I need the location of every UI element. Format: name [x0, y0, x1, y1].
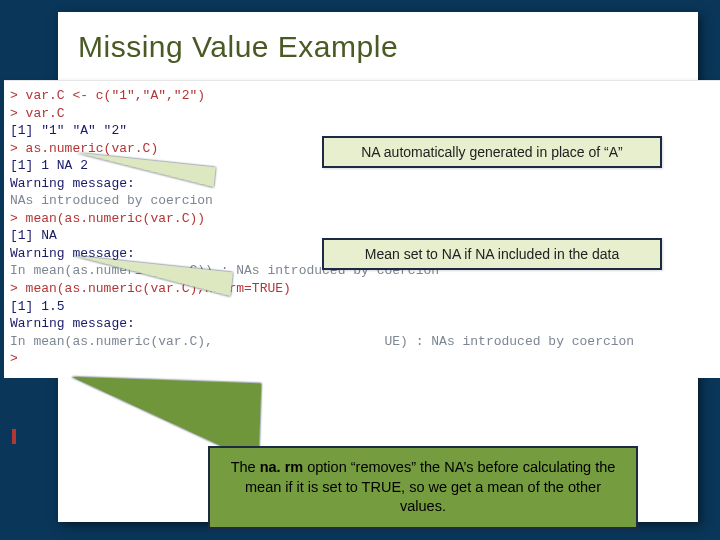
- text-cursor: [12, 429, 16, 444]
- console-line: >: [10, 350, 714, 368]
- console-text: UE) : NAs introduced by coercion: [385, 334, 635, 349]
- callout-bold: na. rm: [260, 459, 304, 475]
- callout-text: The: [231, 459, 260, 475]
- console-line: [1] 1.5: [10, 298, 714, 316]
- r-console: > var.C <- c("1","A","2") > var.C [1] "1…: [4, 80, 720, 378]
- callout-na-rm: The na. rm option “removes” the NA’s bef…: [208, 446, 638, 529]
- console-text: In mean(as.numeric(var.C),: [10, 334, 213, 349]
- console-line: > var.C: [10, 105, 714, 123]
- callout-mean-na: Mean set to NA if NA included in the dat…: [322, 238, 662, 270]
- callout-na-generated: NA automatically generated in place of “…: [322, 136, 662, 168]
- console-line: > var.C <- c("1","A","2"): [10, 87, 714, 105]
- console-line: NAs introduced by coercion: [10, 192, 714, 210]
- slide-title: Missing Value Example: [78, 30, 398, 64]
- console-line: In mean(as.numeric(var.C), _____________…: [10, 333, 714, 351]
- console-line: > mean(as.numeric(var.C)): [10, 210, 714, 228]
- console-line: Warning message:: [10, 315, 714, 333]
- console-line: Warning message:: [10, 175, 714, 193]
